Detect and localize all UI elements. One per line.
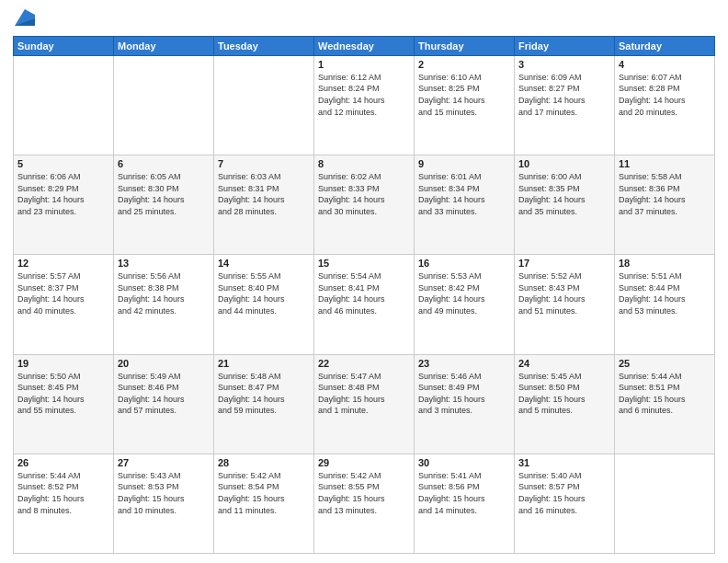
day-number: 21 [218, 358, 310, 369]
calendar-cell: 4Sunrise: 6:07 AM Sunset: 8:28 PM Daylig… [615, 55, 715, 155]
calendar-cell: 23Sunrise: 5:46 AM Sunset: 8:49 PM Dayli… [415, 354, 515, 454]
calendar-cell: 7Sunrise: 6:03 AM Sunset: 8:31 PM Daylig… [214, 155, 314, 255]
day-info: Sunrise: 6:01 AM Sunset: 8:34 PM Dayligh… [418, 171, 510, 217]
day-info: Sunrise: 5:52 AM Sunset: 8:43 PM Dayligh… [518, 270, 610, 316]
calendar-cell: 19Sunrise: 5:50 AM Sunset: 8:45 PM Dayli… [14, 354, 114, 454]
day-number: 25 [619, 358, 711, 369]
day-number: 28 [218, 457, 310, 468]
calendar-cell: 12Sunrise: 5:57 AM Sunset: 8:37 PM Dayli… [14, 255, 114, 354]
calendar-cell: 9Sunrise: 6:01 AM Sunset: 8:34 PM Daylig… [415, 155, 515, 255]
day-number: 4 [619, 59, 711, 70]
day-number: 8 [318, 158, 410, 169]
day-number: 30 [418, 457, 510, 468]
logo-text [13, 9, 35, 30]
day-number: 31 [518, 457, 610, 468]
day-info: Sunrise: 5:48 AM Sunset: 8:47 PM Dayligh… [218, 371, 310, 417]
page: SundayMondayTuesdayWednesdayThursdayFrid… [0, 0, 728, 563]
weekday-header-sunday: Sunday [14, 36, 114, 55]
day-info: Sunrise: 6:05 AM Sunset: 8:30 PM Dayligh… [118, 171, 210, 217]
day-info: Sunrise: 6:00 AM Sunset: 8:35 PM Dayligh… [518, 171, 610, 217]
weekday-header-row: SundayMondayTuesdayWednesdayThursdayFrid… [14, 36, 715, 55]
day-info: Sunrise: 5:51 AM Sunset: 8:44 PM Dayligh… [619, 270, 711, 316]
calendar-cell: 27Sunrise: 5:43 AM Sunset: 8:53 PM Dayli… [114, 454, 214, 553]
logo-icon [15, 9, 35, 26]
day-info: Sunrise: 5:45 AM Sunset: 8:50 PM Dayligh… [518, 371, 610, 417]
day-number: 10 [518, 158, 610, 169]
day-number: 3 [518, 59, 610, 70]
day-number: 11 [619, 158, 711, 169]
day-number: 19 [17, 358, 109, 369]
calendar-cell: 10Sunrise: 6:00 AM Sunset: 8:35 PM Dayli… [515, 155, 615, 255]
calendar-cell: 22Sunrise: 5:47 AM Sunset: 8:48 PM Dayli… [314, 354, 415, 454]
calendar-table: SundayMondayTuesdayWednesdayThursdayFrid… [13, 36, 715, 554]
day-info: Sunrise: 6:07 AM Sunset: 8:28 PM Dayligh… [619, 72, 711, 118]
calendar-cell: 18Sunrise: 5:51 AM Sunset: 8:44 PM Dayli… [615, 255, 715, 354]
day-number: 16 [418, 258, 510, 269]
calendar-cell: 30Sunrise: 5:41 AM Sunset: 8:56 PM Dayli… [415, 454, 515, 553]
calendar-cell: 28Sunrise: 5:42 AM Sunset: 8:54 PM Dayli… [214, 454, 314, 553]
day-info: Sunrise: 5:40 AM Sunset: 8:57 PM Dayligh… [518, 470, 610, 516]
weekday-header-saturday: Saturday [615, 36, 715, 55]
day-info: Sunrise: 6:10 AM Sunset: 8:25 PM Dayligh… [418, 72, 510, 118]
calendar-cell: 2Sunrise: 6:10 AM Sunset: 8:25 PM Daylig… [415, 55, 515, 155]
day-number: 22 [318, 358, 410, 369]
calendar-cell [615, 454, 715, 553]
week-row-5: 26Sunrise: 5:44 AM Sunset: 8:52 PM Dayli… [14, 454, 715, 553]
weekday-header-monday: Monday [114, 36, 214, 55]
day-info: Sunrise: 6:03 AM Sunset: 8:31 PM Dayligh… [218, 171, 310, 217]
calendar-cell: 24Sunrise: 5:45 AM Sunset: 8:50 PM Dayli… [515, 354, 615, 454]
calendar-cell: 1Sunrise: 6:12 AM Sunset: 8:24 PM Daylig… [314, 55, 415, 155]
calendar-cell [214, 55, 314, 155]
day-number: 12 [17, 258, 109, 269]
day-number: 6 [118, 158, 210, 169]
week-row-1: 1Sunrise: 6:12 AM Sunset: 8:24 PM Daylig… [14, 55, 715, 155]
day-number: 29 [318, 457, 410, 468]
day-number: 7 [218, 158, 310, 169]
day-info: Sunrise: 5:54 AM Sunset: 8:41 PM Dayligh… [318, 270, 410, 316]
day-info: Sunrise: 5:55 AM Sunset: 8:40 PM Dayligh… [218, 270, 310, 316]
day-info: Sunrise: 5:44 AM Sunset: 8:51 PM Dayligh… [619, 371, 711, 417]
day-info: Sunrise: 5:44 AM Sunset: 8:52 PM Dayligh… [17, 470, 109, 516]
day-number: 9 [418, 158, 510, 169]
day-info: Sunrise: 5:42 AM Sunset: 8:54 PM Dayligh… [218, 470, 310, 516]
calendar-cell: 29Sunrise: 5:42 AM Sunset: 8:55 PM Dayli… [314, 454, 415, 553]
day-number: 27 [118, 457, 210, 468]
day-number: 23 [418, 358, 510, 369]
week-row-4: 19Sunrise: 5:50 AM Sunset: 8:45 PM Dayli… [14, 354, 715, 454]
day-info: Sunrise: 6:09 AM Sunset: 8:27 PM Dayligh… [518, 72, 610, 118]
day-info: Sunrise: 6:06 AM Sunset: 8:29 PM Dayligh… [17, 171, 109, 217]
header [13, 9, 715, 30]
calendar-cell: 25Sunrise: 5:44 AM Sunset: 8:51 PM Dayli… [615, 354, 715, 454]
week-row-3: 12Sunrise: 5:57 AM Sunset: 8:37 PM Dayli… [14, 255, 715, 354]
calendar-cell: 3Sunrise: 6:09 AM Sunset: 8:27 PM Daylig… [515, 55, 615, 155]
day-number: 13 [118, 258, 210, 269]
calendar-cell: 26Sunrise: 5:44 AM Sunset: 8:52 PM Dayli… [14, 454, 114, 553]
calendar-cell: 15Sunrise: 5:54 AM Sunset: 8:41 PM Dayli… [314, 255, 415, 354]
day-info: Sunrise: 5:46 AM Sunset: 8:49 PM Dayligh… [418, 371, 510, 417]
day-info: Sunrise: 5:42 AM Sunset: 8:55 PM Dayligh… [318, 470, 410, 516]
day-info: Sunrise: 5:53 AM Sunset: 8:42 PM Dayligh… [418, 270, 510, 316]
day-number: 5 [17, 158, 109, 169]
day-number: 20 [118, 358, 210, 369]
calendar-cell: 8Sunrise: 6:02 AM Sunset: 8:33 PM Daylig… [314, 155, 415, 255]
day-number: 15 [318, 258, 410, 269]
weekday-header-tuesday: Tuesday [214, 36, 314, 55]
day-number: 17 [518, 258, 610, 269]
calendar-cell: 11Sunrise: 5:58 AM Sunset: 8:36 PM Dayli… [615, 155, 715, 255]
day-info: Sunrise: 5:57 AM Sunset: 8:37 PM Dayligh… [17, 270, 109, 316]
day-info: Sunrise: 6:12 AM Sunset: 8:24 PM Dayligh… [318, 72, 410, 118]
calendar-cell: 14Sunrise: 5:55 AM Sunset: 8:40 PM Dayli… [214, 255, 314, 354]
day-info: Sunrise: 5:49 AM Sunset: 8:46 PM Dayligh… [118, 371, 210, 417]
day-info: Sunrise: 5:50 AM Sunset: 8:45 PM Dayligh… [17, 371, 109, 417]
day-info: Sunrise: 5:58 AM Sunset: 8:36 PM Dayligh… [619, 171, 711, 217]
weekday-header-wednesday: Wednesday [314, 36, 415, 55]
day-number: 24 [518, 358, 610, 369]
calendar-cell: 20Sunrise: 5:49 AM Sunset: 8:46 PM Dayli… [114, 354, 214, 454]
day-number: 2 [418, 59, 510, 70]
calendar-cell: 16Sunrise: 5:53 AM Sunset: 8:42 PM Dayli… [415, 255, 515, 354]
weekday-header-friday: Friday [515, 36, 615, 55]
day-number: 14 [218, 258, 310, 269]
calendar-cell: 5Sunrise: 6:06 AM Sunset: 8:29 PM Daylig… [14, 155, 114, 255]
day-number: 26 [17, 457, 109, 468]
calendar-cell: 21Sunrise: 5:48 AM Sunset: 8:47 PM Dayli… [214, 354, 314, 454]
